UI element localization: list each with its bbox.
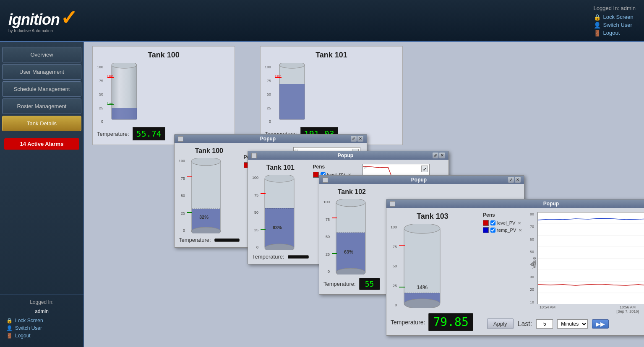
- sidebar-bottom: Logged In: admin 🔒 Lock Screen 👤 Switch …: [0, 295, 83, 343]
- header-lock-screen-link[interactable]: 🔒 Lock Screen: [594, 14, 636, 21]
- logo-text: ignition✓: [8, 11, 77, 28]
- header-logout-link[interactable]: 🚪 Logout: [594, 30, 636, 36]
- popup-100-checkbox[interactable]: [178, 136, 183, 142]
- play-button[interactable]: ▶▶: [592, 319, 609, 329]
- sidebar-user-label: admin: [6, 308, 77, 314]
- sidebar-actions: 🔒 Lock Screen 👤 Switch User 🚪 Logout: [6, 318, 77, 339]
- tank-103-temp-value: 79.85: [428, 313, 473, 331]
- tank-101-scale: 1007550250: [252, 175, 258, 250]
- chart-y-scale: 8070605040302010: [530, 212, 534, 304]
- tank-101-title: Tank 101: [252, 164, 309, 171]
- sidebar-item-roster-management[interactable]: Roster Management: [2, 98, 81, 114]
- chart-101-expand[interactable]: ⤢: [421, 166, 428, 172]
- tank-103-body: 14% High Low: [399, 224, 445, 308]
- tank-102-container: Tank 102 1007550250: [323, 188, 380, 290]
- popup-102-maximize[interactable]: ⤢: [508, 177, 514, 183]
- chart-controls: Apply Last: Minutes ▶▶: [483, 319, 644, 329]
- pen-level-103: level_PV ✕: [483, 220, 533, 226]
- sidebar-switch-user-link[interactable]: 👤 Switch User: [6, 325, 77, 331]
- pen-level-rm-103[interactable]: ✕: [518, 221, 521, 225]
- sidebar-item-user-management[interactable]: User Management: [2, 64, 81, 80]
- pen-temp-103: temp_PV ✕: [483, 227, 533, 233]
- sidebar-lock-screen-link[interactable]: 🔒 Lock Screen: [6, 318, 77, 324]
- popup-101-titlebar[interactable]: Popup ⤢ ✕: [248, 151, 448, 160]
- popup-102-titlebar[interactable]: Popup ⤢ ✕: [319, 176, 524, 184]
- bg-tank-101: Tank 101 1007550250 High: [260, 46, 403, 145]
- bg-tank-101-content: 1007550250 High: [265, 63, 398, 124]
- pens-title-103: Pens: [483, 212, 533, 218]
- chart-date-label: [Sep 7, 2016]: [537, 309, 644, 313]
- sidebar-logout-icon: 🚪: [6, 333, 13, 339]
- popup-101-maximize[interactable]: ⤢: [433, 153, 438, 158]
- chart-103-wrapper: Value 8070605040302010: [537, 212, 644, 313]
- popup-101-title: Popup: [258, 153, 433, 158]
- header-switch-user-link[interactable]: 👤 Switch User: [594, 22, 636, 28]
- header-actions: 🔒 Lock Screen 👤 Switch User 🚪 Logout: [594, 14, 636, 36]
- bg-tank-101-title: Tank 101: [265, 51, 398, 60]
- sidebar-lock-screen-label: Lock Screen: [15, 318, 43, 324]
- popup-103-title: Popup: [397, 201, 644, 207]
- content-area: Tank 100 1007550250 High: [84, 42, 644, 347]
- popup-100-maximize[interactable]: ⤢: [351, 136, 357, 142]
- tank-100-scale: 1007550250: [179, 158, 185, 233]
- chart-103-area: Value 8070605040302010: [537, 212, 644, 313]
- sidebar-switch-user-icon: 👤: [6, 325, 13, 331]
- svg-point-53: [404, 299, 440, 308]
- sidebar-item-tank-details[interactable]: Tank Details: [2, 116, 81, 131]
- sidebar-switch-user-label: Switch User: [15, 325, 42, 331]
- sidebar-item-schedule-management[interactable]: Schedule Management: [2, 81, 81, 97]
- sidebar-item-overview[interactable]: Overview: [2, 47, 81, 62]
- svg-text:32%: 32%: [199, 215, 209, 220]
- tank-102-temp-value: 55: [359, 278, 380, 290]
- tank-101-temp-value: [288, 255, 309, 259]
- pen-level-cb-103[interactable]: [490, 220, 495, 225]
- tank-101-temp-label: Temperature:: [252, 254, 284, 260]
- svg-text:63%: 63%: [273, 225, 282, 230]
- sidebar: Overview User Management Schedule Manage…: [0, 42, 84, 347]
- tank-100-with-scale: 1007550250: [179, 158, 225, 233]
- pen-temp-color-103: [483, 227, 489, 233]
- svg-text:64: 64: [364, 166, 368, 169]
- popup-tank-103[interactable]: Popup ⤢ ✕ Tank 103 1007550250: [386, 199, 644, 336]
- pen-level-color-101: [313, 172, 319, 178]
- tank-103-scale: 1007550250: [391, 224, 397, 308]
- popup-102-close[interactable]: ✕: [515, 177, 521, 183]
- tank-102-scale: 1007550250: [323, 199, 330, 274]
- svg-rect-1: [112, 108, 137, 119]
- popup-101-close[interactable]: ✕: [439, 153, 445, 158]
- sidebar-lock-icon: 🔒: [6, 318, 13, 324]
- tank-103-title: Tank 103: [391, 212, 475, 221]
- popup-102-controls: ⤢ ✕: [508, 177, 521, 183]
- popup-103-titlebar[interactable]: Popup ⤢ ✕: [386, 199, 644, 208]
- svg-text:Low: Low: [107, 102, 113, 105]
- logout-icon: 🚪: [594, 30, 601, 36]
- alarm-badge[interactable]: 14 Active Alarms: [4, 138, 79, 150]
- popup-102-checkbox[interactable]: [323, 177, 328, 183]
- tank-100-container: Tank 100 1007550250: [179, 147, 240, 243]
- last-value-input[interactable]: [536, 319, 553, 329]
- tank-103-pens-chart-row: Pens level_PV ✕ temp_PV: [483, 212, 644, 313]
- bg-tank-100-content: 1007550250 High Low: [97, 63, 230, 124]
- pen-temp-rm-103[interactable]: ✕: [519, 228, 522, 233]
- bg-temp-label: Temperature:: [97, 131, 129, 137]
- popup-103-checkbox[interactable]: [390, 201, 395, 207]
- svg-rect-8: [279, 84, 305, 119]
- svg-rect-49: [404, 228, 440, 304]
- apply-button[interactable]: Apply: [487, 319, 514, 329]
- svg-point-15: [191, 158, 221, 166]
- popup-101-checkbox[interactable]: [251, 153, 257, 158]
- tank-101-body: 63% High Low: [261, 175, 298, 250]
- popup-101-controls: ⤢ ✕: [433, 153, 445, 158]
- bg-tank-100-temp-value: 55.74: [133, 127, 165, 140]
- app-header: ignition✓ by Inductive Automation Logged…: [0, 0, 644, 42]
- pen-temp-cb-103[interactable]: [490, 228, 495, 233]
- popup-100-titlebar[interactable]: Popup ⤢ ✕: [175, 135, 367, 143]
- sidebar-logout-link[interactable]: 🚪 Logout: [6, 333, 77, 339]
- minutes-select[interactable]: Minutes: [557, 319, 588, 329]
- popup-100-title: Popup: [185, 136, 351, 142]
- pens-panel-103: Pens level_PV ✕ temp_PV: [483, 212, 533, 234]
- popup-100-controls: ⤢ ✕: [351, 136, 363, 142]
- pen-temp-text-103: temp_PV: [497, 228, 516, 233]
- popup-100-close[interactable]: ✕: [357, 136, 363, 142]
- tank-102-body: 63% High Low: [332, 199, 370, 274]
